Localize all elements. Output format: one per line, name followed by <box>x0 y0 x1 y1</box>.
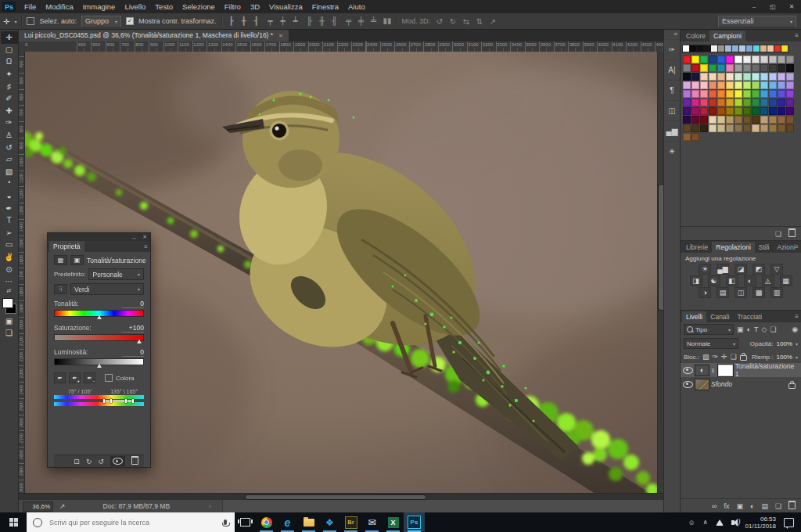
color-swatch[interactable] <box>786 73 794 81</box>
layer-row-background[interactable]: Sfondo <box>681 377 801 391</box>
color-swatch[interactable] <box>735 64 742 72</box>
taskbar-app-file-explorer[interactable] <box>298 512 319 532</box>
range-handle[interactable] <box>125 399 127 403</box>
color-swatch[interactable] <box>726 81 734 89</box>
align-icon[interactable]: ╢ <box>330 17 339 25</box>
color-swatch[interactable] <box>786 90 794 98</box>
type-tool[interactable]: T <box>1 214 18 227</box>
color-swatch[interactable] <box>726 124 734 132</box>
mode-3d-icon[interactable]: ↻ <box>448 17 458 26</box>
color-swatch[interactable] <box>760 81 768 89</box>
color-swatch[interactable] <box>760 116 768 124</box>
recent-swatch[interactable] <box>732 45 738 52</box>
mode-3d-icon[interactable]: ⇅ <box>475 17 484 26</box>
layer-row-adjustment[interactable]: ◐ ∞ Tonalità/saturazione 1 <box>681 363 801 377</box>
recent-swatch[interactable] <box>704 45 710 52</box>
zoom-tool[interactable]: ⊙ <box>1 263 18 275</box>
lock-transparency-icon[interactable]: ▨ <box>702 353 709 361</box>
color-swatch[interactable] <box>786 99 794 106</box>
recent-swatch[interactable] <box>718 45 724 52</box>
delete-layer-button[interactable] <box>788 501 796 511</box>
collapse-panel-icon[interactable]: ↔ <box>131 235 137 240</box>
color-swatch[interactable] <box>752 90 760 98</box>
link-layers-button[interactable]: ∞ <box>712 502 717 510</box>
color-swatch[interactable] <box>769 124 777 132</box>
align-icon[interactable]: ╤ <box>344 17 354 25</box>
workspace-dropdown[interactable]: Essenziali▾ <box>718 16 796 27</box>
tab-tracciati[interactable]: Tracciati <box>733 311 766 322</box>
color-swatch[interactable] <box>752 56 760 63</box>
color-swatch[interactable] <box>735 81 742 89</box>
taskbar-app-edge[interactable]: e <box>277 512 298 532</box>
minimize-button[interactable]: – <box>745 0 763 13</box>
color-swatch[interactable] <box>769 99 777 106</box>
color-swatch[interactable] <box>786 124 794 132</box>
layer-filter-dropdown[interactable]: Tipo▾ <box>684 324 734 335</box>
background-layer-thumbnail[interactable] <box>695 379 709 390</box>
microphone-icon[interactable] <box>224 519 227 525</box>
color-swatch[interactable] <box>691 73 699 81</box>
recent-swatch[interactable] <box>711 45 717 52</box>
color-swatch[interactable] <box>709 99 717 106</box>
align-icon[interactable]: ┷ <box>291 17 300 25</box>
color-swatch[interactable] <box>700 116 708 124</box>
menu-modifica[interactable]: Modifica <box>41 0 77 13</box>
screen-mode-button[interactable]: ❏ <box>1 327 18 340</box>
brushes-panel-icon[interactable]: ✑ <box>665 39 680 59</box>
layer-name[interactable]: Sfondo <box>711 380 732 388</box>
color-swatch[interactable] <box>752 81 760 89</box>
color-swatch[interactable] <box>778 81 785 89</box>
color-swatch[interactable] <box>760 107 768 115</box>
menu-filtro[interactable]: Filtro <box>220 0 246 13</box>
color-swatch[interactable] <box>700 73 708 81</box>
color-swatch[interactable] <box>683 133 691 141</box>
color-swatch[interactable] <box>769 90 777 98</box>
color-swatch[interactable] <box>760 124 768 132</box>
color-swatch[interactable] <box>691 124 699 132</box>
layer-name[interactable]: Tonalità/saturazione 1 <box>735 362 799 378</box>
color-swatch[interactable] <box>752 99 760 106</box>
menu-immagine[interactable]: Immagine <box>78 0 120 13</box>
tool-preset-caret-icon[interactable]: ▾ <box>14 19 16 24</box>
color-swatch[interactable] <box>743 107 751 115</box>
color-swatch[interactable] <box>726 116 734 124</box>
dodge-tool[interactable]: ◒ <box>1 190 18 203</box>
color-swatch[interactable] <box>709 107 717 115</box>
lock-position-icon[interactable]: ✛ <box>721 353 727 361</box>
color-swatch[interactable] <box>786 56 794 63</box>
mode-3d-icon[interactable]: ↺ <box>435 17 444 26</box>
crop-tool[interactable]: ♯ <box>1 80 18 92</box>
horizontal-scrollbar-thumb[interactable] <box>246 495 426 499</box>
color-swatch[interactable] <box>760 99 768 106</box>
color-swatch[interactable] <box>760 64 768 72</box>
color-swatch[interactable] <box>743 81 751 89</box>
tab-livelli[interactable]: Livelli <box>682 311 706 322</box>
color-swatch[interactable] <box>683 124 691 132</box>
auto-align-icon[interactable]: ▮▮ <box>383 17 392 25</box>
color-swatch[interactable] <box>778 90 785 98</box>
path-selection-tool[interactable]: ➢ <box>1 227 18 239</box>
color-swatch[interactable] <box>786 81 794 89</box>
swap-colors-icon[interactable]: ⇄ <box>7 287 12 294</box>
color-swatch[interactable] <box>778 56 785 63</box>
new-layer-button[interactable]: ❏ <box>775 502 781 510</box>
selective-color-icon[interactable]: ▩ <box>753 287 765 298</box>
range-handle[interactable] <box>132 399 134 403</box>
color-swatch[interactable] <box>709 124 717 132</box>
color-swatch[interactable] <box>778 64 785 72</box>
hue-value[interactable]: 0 <box>122 300 144 308</box>
color-swatch[interactable] <box>700 64 708 72</box>
menu-file[interactable]: File <box>20 0 41 13</box>
clip-to-layer-button[interactable]: ⊡ <box>74 458 80 466</box>
color-swatch[interactable] <box>735 116 742 124</box>
color-swatch[interactable] <box>700 81 708 89</box>
mode-3d-icon[interactable]: ⇆ <box>462 17 471 26</box>
auto-select-checkbox[interactable] <box>27 17 34 25</box>
search-input[interactable] <box>48 518 218 527</box>
recent-swatch[interactable] <box>697 45 703 52</box>
close-button[interactable]: ✕ <box>782 0 801 13</box>
color-swatch[interactable] <box>700 90 708 98</box>
color-swatch[interactable] <box>760 73 768 81</box>
color-swatch[interactable] <box>778 107 785 115</box>
action-center-icon[interactable] <box>784 518 794 527</box>
